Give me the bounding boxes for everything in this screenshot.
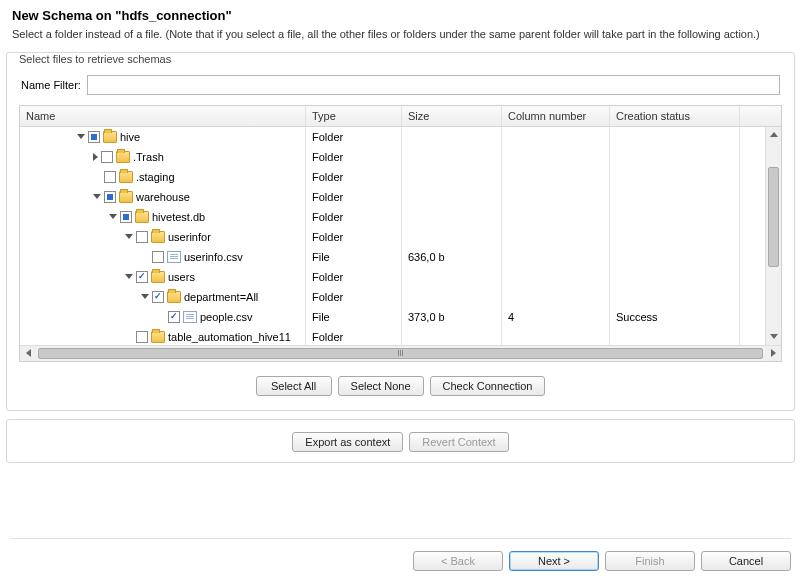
cell-colnum <box>502 167 610 187</box>
dialog-title: New Schema on "hdfs_connection" <box>12 8 789 23</box>
cell-type: File <box>306 307 402 327</box>
cell-size <box>402 127 502 147</box>
cell-status <box>610 287 740 307</box>
col-header-status[interactable]: Creation status <box>610 106 740 126</box>
row-checkbox[interactable] <box>101 151 113 163</box>
table-row[interactable]: hivetest.dbFolder <box>20 207 781 227</box>
twisty-open-icon[interactable] <box>125 274 133 279</box>
twisty-placeholder-icon <box>125 333 133 341</box>
row-checkbox[interactable] <box>152 291 164 303</box>
select-none-button[interactable]: Select None <box>338 376 424 396</box>
row-checkbox[interactable] <box>120 211 132 223</box>
twisty-open-icon[interactable] <box>125 234 133 239</box>
folder-icon <box>151 231 165 243</box>
cell-size <box>402 147 502 167</box>
select-all-button[interactable]: Select All <box>256 376 332 396</box>
twisty-placeholder-icon <box>93 173 101 181</box>
cell-status <box>610 267 740 287</box>
table-row[interactable]: .TrashFolder <box>20 147 781 167</box>
cell-status <box>610 207 740 227</box>
cell-type: Folder <box>306 187 402 207</box>
table-row[interactable]: table_automation_hive11Folder <box>20 327 781 345</box>
export-as-context-button[interactable]: Export as context <box>292 432 403 452</box>
cell-type: Folder <box>306 167 402 187</box>
cell-status <box>610 247 740 267</box>
row-name-label: userinfor <box>168 230 211 244</box>
scroll-left-icon[interactable] <box>20 346 36 361</box>
cell-colnum <box>502 267 610 287</box>
name-filter-input[interactable] <box>87 75 780 95</box>
scroll-down-icon[interactable] <box>766 329 781 345</box>
cell-status <box>610 327 740 345</box>
finish-button: Finish <box>605 551 695 571</box>
cell-size <box>402 227 502 247</box>
check-connection-button[interactable]: Check Connection <box>430 376 546 396</box>
row-name-label: users <box>168 270 195 284</box>
row-checkbox[interactable] <box>168 311 180 323</box>
horizontal-scrollbar[interactable] <box>20 345 781 361</box>
cell-type: Folder <box>306 127 402 147</box>
row-name-label: hivetest.db <box>152 210 205 224</box>
scroll-right-icon[interactable] <box>765 346 781 361</box>
cancel-button[interactable]: Cancel <box>701 551 791 571</box>
table-row[interactable]: userinforFolder <box>20 227 781 247</box>
cell-status <box>610 127 740 147</box>
cell-size: 373,0 b <box>402 307 502 327</box>
cell-status: Success <box>610 307 740 327</box>
row-checkbox[interactable] <box>104 171 116 183</box>
twisty-placeholder-icon <box>141 253 149 261</box>
row-name-label: department=All <box>184 290 258 304</box>
cell-type: Folder <box>306 327 402 345</box>
next-button[interactable]: Next > <box>509 551 599 571</box>
folder-icon <box>119 171 133 183</box>
twisty-open-icon[interactable] <box>93 194 101 199</box>
col-header-colnum[interactable]: Column number <box>502 106 610 126</box>
group-label: Select files to retrieve schemas <box>15 53 175 65</box>
col-header-size[interactable]: Size <box>402 106 502 126</box>
cell-size <box>402 207 502 227</box>
table-row[interactable]: userinfo.csvFile636,0 b <box>20 247 781 267</box>
cell-colnum <box>502 287 610 307</box>
row-name-label: people.csv <box>200 310 253 324</box>
row-name-label: warehouse <box>136 190 190 204</box>
cell-type: Folder <box>306 267 402 287</box>
scroll-up-icon[interactable] <box>766 127 781 143</box>
table-row[interactable]: usersFolder <box>20 267 781 287</box>
cell-colnum <box>502 147 610 167</box>
row-checkbox[interactable] <box>136 331 148 343</box>
table-row[interactable]: hiveFolder <box>20 127 781 147</box>
table-row[interactable]: .stagingFolder <box>20 167 781 187</box>
row-checkbox[interactable] <box>104 191 116 203</box>
col-header-name[interactable]: Name <box>20 106 306 126</box>
twisty-open-icon[interactable] <box>77 134 85 139</box>
twisty-placeholder-icon <box>157 313 165 321</box>
col-header-type[interactable]: Type <box>306 106 402 126</box>
vertical-scroll-thumb[interactable] <box>768 167 779 267</box>
folder-icon <box>151 271 165 283</box>
folder-icon <box>151 331 165 343</box>
horizontal-scroll-thumb[interactable] <box>38 348 763 359</box>
cell-size <box>402 287 502 307</box>
row-checkbox[interactable] <box>136 231 148 243</box>
cell-size <box>402 327 502 345</box>
table-row[interactable]: warehouseFolder <box>20 187 781 207</box>
cell-colnum <box>502 247 610 267</box>
file-icon <box>183 311 197 323</box>
row-checkbox[interactable] <box>88 131 100 143</box>
vertical-scrollbar[interactable] <box>765 127 781 345</box>
twisty-closed-icon[interactable] <box>93 153 98 161</box>
row-name-label: .Trash <box>133 150 164 164</box>
row-name-label: .staging <box>136 170 175 184</box>
twisty-open-icon[interactable] <box>141 294 149 299</box>
dialog-subtitle: Select a folder instead of a file. (Note… <box>12 27 789 42</box>
table-row[interactable]: department=AllFolder <box>20 287 781 307</box>
cell-type: Folder <box>306 287 402 307</box>
cell-status <box>610 147 740 167</box>
cell-colnum <box>502 127 610 147</box>
twisty-open-icon[interactable] <box>109 214 117 219</box>
row-name-label: userinfo.csv <box>184 250 243 264</box>
cell-colnum <box>502 187 610 207</box>
row-checkbox[interactable] <box>152 251 164 263</box>
row-checkbox[interactable] <box>136 271 148 283</box>
table-row[interactable]: people.csvFile373,0 b4Success <box>20 307 781 327</box>
